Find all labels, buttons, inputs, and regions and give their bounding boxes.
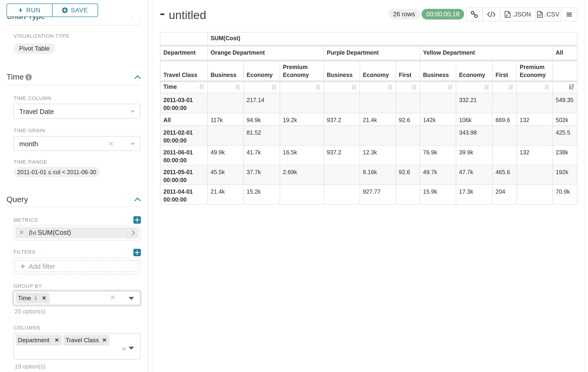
svg-text:{}: {}	[506, 14, 508, 17]
